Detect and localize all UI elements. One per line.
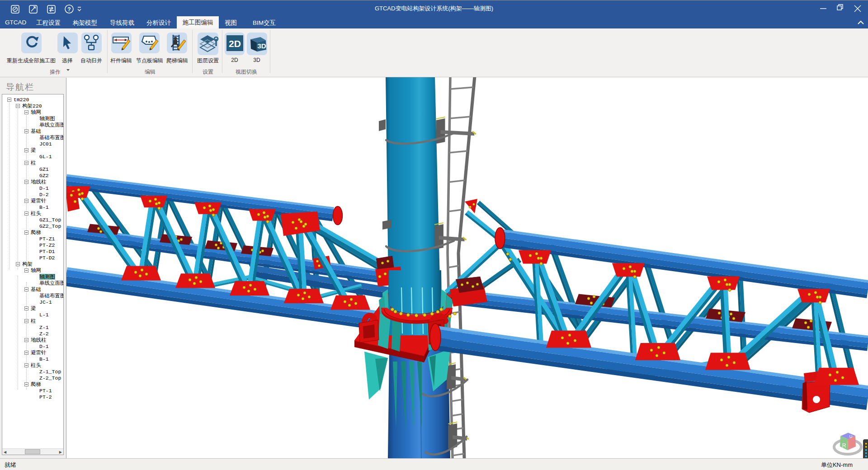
svg-text:3D: 3D (257, 42, 266, 50)
svg-text:2D: 2D (229, 38, 241, 49)
svg-text:R: R (842, 442, 846, 449)
svg-text:U: U (849, 434, 853, 439)
